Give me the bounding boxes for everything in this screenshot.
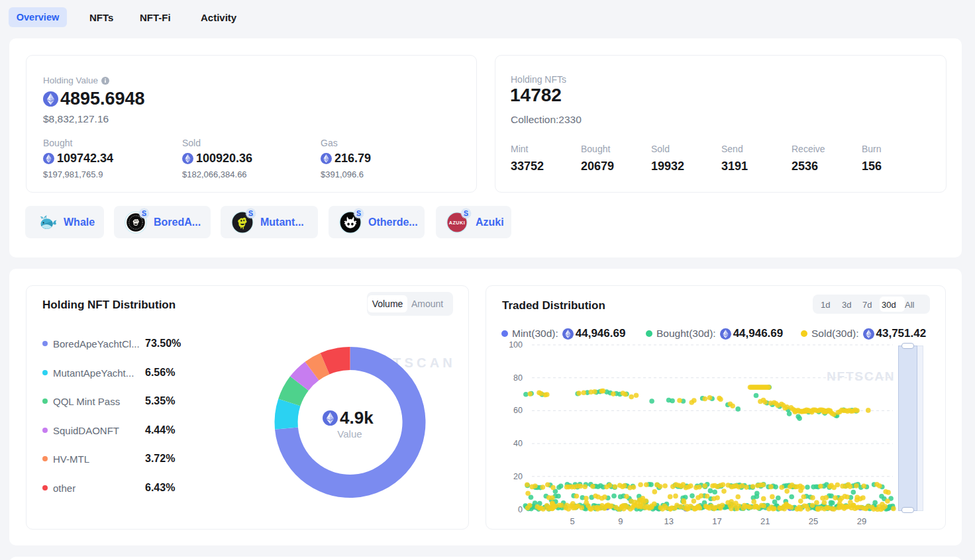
svg-text:S: S	[356, 209, 361, 217]
svg-text:AZUKI: AZUKI	[449, 220, 465, 226]
svg-text:S: S	[464, 209, 468, 217]
svg-text:S: S	[142, 209, 146, 217]
svg-text:S: S	[248, 209, 253, 217]
